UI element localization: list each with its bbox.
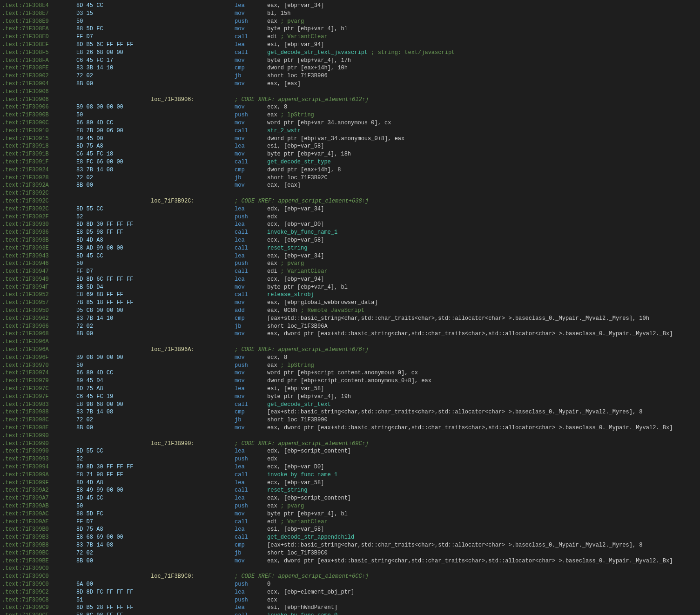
- table-row[interactable]: .text:71F3091589 45 D0movdword ptr [ebp+…: [0, 135, 700, 143]
- xref-comment: ; CODE XREF: append_script_element+612↑j: [235, 96, 369, 104]
- table-row[interactable]: .text:71F3097989 45 D4movdword ptr [ebp+…: [0, 377, 700, 385]
- address: .text:71F309A7: [2, 494, 76, 502]
- table-row[interactable]: .text:71F308EA88 5D FCmovbyte ptr [ebp+v…: [0, 25, 700, 33]
- table-row[interactable]: .text:71F30990: [0, 432, 700, 440]
- table-row[interactable]: .text:71F309688B 00moveax, dword ptr [ea…: [0, 330, 700, 338]
- table-row[interactable]: .text:71F308E7D3 15movbl, 15h: [0, 10, 700, 18]
- table-row[interactable]: .text:71F30983E8 98 68 00 00callget_deco…: [0, 401, 700, 409]
- table-row[interactable]: .text:71F3092483 7B 14 08cmpdword ptr [e…: [0, 166, 700, 174]
- mnemonic: cmp: [235, 315, 267, 323]
- table-row[interactable]: .text:71F3097FC6 45 FC 19movbyte ptr [eb…: [0, 393, 700, 401]
- mnemonic: mov: [235, 182, 267, 189]
- table-row[interactable]: .text:71F309BE8B 00moveax, dword ptr [ea…: [0, 557, 700, 565]
- operands: get_decode_str_appendchild: [267, 534, 698, 541]
- operands: dword ptr [eax+14h], 8: [267, 166, 698, 174]
- table-row[interactable]: .text:71F3092Cloc_71F3B92C:; CODE XREF: …: [0, 197, 700, 205]
- table-row[interactable]: .text:71F30952E8 69 8B FF FFcallrelease_…: [0, 291, 700, 299]
- table-row[interactable]: .text:71F309AC88 5D FCmovbyte ptr [ebp+v…: [0, 510, 700, 518]
- table-row[interactable]: .text:71F3091BC6 45 FC 18movbyte ptr [eb…: [0, 150, 700, 158]
- table-row[interactable]: .text:71F308FE83 3B 14 10cmpdword ptr [e…: [0, 64, 700, 72]
- mnemonic: call: [235, 127, 267, 135]
- table-row[interactable]: .text:71F308FAC6 45 FC 17movbyte ptr [eb…: [0, 57, 700, 65]
- table-row[interactable]: .text:71F308E48D 45 CCleaeax, [ebp+var_3…: [0, 2, 700, 10]
- address: .text:71F309C9: [2, 604, 76, 612]
- label: loc_71F3B92C:: [151, 197, 235, 205]
- mnemonic: push: [235, 596, 267, 604]
- table-row[interactable]: .text:71F309AEFF D7calledi ; VariantClea…: [0, 518, 700, 526]
- table-row[interactable]: .text:71F30910E8 7B 00 06 00callstr_2_ws…: [0, 127, 700, 135]
- table-row[interactable]: .text:71F3092872 02jbshort loc_71F3B92C: [0, 174, 700, 182]
- table-row[interactable]: .text:71F3095DD5 C8 00 00 00addeax, 0C8h…: [0, 307, 700, 315]
- table-row[interactable]: .text:71F309438D 45 CCleaeax, [ebp+var_3…: [0, 252, 700, 260]
- mnemonic: mov: [235, 369, 267, 377]
- table-row[interactable]: .text:71F3097050pusheax ; lpString: [0, 362, 700, 370]
- table-row[interactable]: .text:71F3090272 02jbshort loc_71F3B906: [0, 72, 700, 80]
- table-row[interactable]: .text:71F3092A8B 00moveax, [eax]: [0, 182, 700, 189]
- table-row[interactable]: .text:71F309498D 8D 6C FF FF FFleaecx, […: [0, 276, 700, 284]
- mnemonic: cmp: [235, 64, 267, 72]
- table-row[interactable]: .text:71F3090B50pusheax ; lpString: [0, 111, 700, 119]
- table-row[interactable]: .text:71F30906B9 08 00 00 00movecx, 8: [0, 103, 700, 111]
- mnemonic: jb: [235, 416, 267, 424]
- table-row[interactable]: .text:71F3096672 02jbshort loc_71F3B96A: [0, 323, 700, 331]
- table-row[interactable]: .text:71F3097C8D 75 A8leaesi, [ebp+var_5…: [0, 385, 700, 393]
- table-row[interactable]: .text:71F309C06A 00push0: [0, 581, 700, 588]
- table-row[interactable]: .text:71F30906loc_71F3B906:; CODE XREF: …: [0, 96, 700, 104]
- table-row[interactable]: .text:71F3099352pushedx: [0, 455, 700, 463]
- table-row[interactable]: .text:71F309CFE8 BC 98 FF FFcallinvoke_b…: [0, 612, 700, 615]
- table-row[interactable]: .text:71F309A78D 45 CCleaeax, [ebp+scrip…: [0, 494, 700, 502]
- table-row[interactable]: .text:71F3096A: [0, 338, 700, 346]
- table-row[interactable]: .text:71F309308D 8D 30 FF FF FFleaecx, […: [0, 221, 700, 229]
- table-row[interactable]: .text:71F309908D 55 CCleaedx, [ebp+scrip…: [0, 447, 700, 455]
- table-row[interactable]: .text:71F3099F8D 4D A8leaecx, [ebp+var_5…: [0, 479, 700, 487]
- mnemonic: cmp: [235, 408, 267, 416]
- table-row[interactable]: .text:71F309AB50pusheax ; pvarg: [0, 502, 700, 510]
- table-row[interactable]: .text:71F309048B 00moveax, [eax]: [0, 80, 700, 88]
- table-row[interactable]: .text:71F309C851pushecx: [0, 596, 700, 604]
- table-row[interactable]: .text:71F3097466 89 4D CCmovword ptr [eb…: [0, 369, 700, 377]
- table-row[interactable]: .text:71F3096FB9 08 00 00 00movecx, 8: [0, 354, 700, 362]
- table-row[interactable]: .text:71F309C0loc_71F3B9C0:; CODE XREF: …: [0, 573, 700, 581]
- table-row[interactable]: .text:71F308F5E8 26 68 00 00callget_deco…: [0, 49, 700, 57]
- table-row[interactable]: .text:71F30906: [0, 88, 700, 96]
- table-row[interactable]: .text:71F309C0: [0, 565, 700, 573]
- table-row[interactable]: .text:71F309B3E8 68 69 00 00callget_deco…: [0, 534, 700, 541]
- operands: word ptr [ebp+script_content.anonymous_0…: [267, 369, 698, 377]
- table-row[interactable]: .text:71F3090C66 89 4D CCmovword ptr [eb…: [0, 119, 700, 127]
- table-row[interactable]: .text:71F3092C8D 55 CCleaedx, [ebp+var_3…: [0, 205, 700, 213]
- table-row[interactable]: .text:71F3098E8B 00moveax, dword ptr [ea…: [0, 424, 700, 432]
- table-row[interactable]: .text:71F3098883 7B 14 08cmp[eax+std::ba…: [0, 408, 700, 416]
- operands: eax ; lpString: [267, 362, 698, 370]
- bytes: E8 98 68 00 00: [76, 401, 151, 409]
- bytes: 8D 55 CC: [76, 447, 151, 455]
- table-row[interactable]: .text:71F30936E8 D5 98 FF FFcallinvoke_b…: [0, 229, 700, 237]
- table-row[interactable]: .text:71F309C28D 8D FC FF FF FFleaecx, […: [0, 588, 700, 596]
- table-row[interactable]: .text:71F309577B 85 18 FF FF FFmoveax, […: [0, 299, 700, 307]
- table-row[interactable]: .text:71F308E950pusheax ; pvarg: [0, 18, 700, 26]
- table-row[interactable]: .text:71F308EF8D B5 6C FF FF FFleaesi, […: [0, 41, 700, 49]
- inline-comment: ; VariantClear: [277, 519, 328, 525]
- table-row[interactable]: .text:71F3096Aloc_71F3B96A:; CODE XREF: …: [0, 346, 700, 354]
- table-row[interactable]: .text:71F3093B8D 4D A8leaecx, [ebp+var_5…: [0, 237, 700, 244]
- table-row[interactable]: .text:71F3098C72 02jbshort loc_71F3B990: [0, 416, 700, 424]
- table-row[interactable]: .text:71F3091FE8 FC 66 00 00callget_deco…: [0, 158, 700, 166]
- table-row[interactable]: .text:71F309BC72 02jbshort loc_71F3B9C0: [0, 549, 700, 557]
- bytes: B9 08 00 00 00: [76, 103, 151, 111]
- table-row[interactable]: .text:71F3099AE8 71 98 FF FFcallinvoke_b…: [0, 471, 700, 479]
- table-row[interactable]: .text:71F3096283 7B 14 10cmp[eax+std::ba…: [0, 315, 700, 323]
- table-row[interactable]: .text:71F309C98D B5 28 FF FF FFleaesi, […: [0, 604, 700, 612]
- table-row[interactable]: .text:71F3093EE8 AD 99 00 00callreset_st…: [0, 244, 700, 252]
- mnemonic: push: [235, 18, 267, 26]
- table-row[interactable]: .text:71F309A2E8 49 99 00 00callreset_st…: [0, 487, 700, 494]
- table-row[interactable]: .text:71F30990loc_71F3B990:; CODE XREF: …: [0, 440, 700, 448]
- table-row[interactable]: .text:71F3094F8B 5D D4movbyte ptr [ebp+v…: [0, 284, 700, 291]
- table-row[interactable]: .text:71F309188D 75 A8leaesi, [ebp+var_5…: [0, 142, 700, 150]
- table-row[interactable]: .text:71F309948D 8D 30 FF FF FFleaecx, […: [0, 463, 700, 471]
- table-row[interactable]: .text:71F30947FF D7calledi ; VariantClea…: [0, 268, 700, 276]
- table-row[interactable]: .text:71F3094650pusheax ; pvarg: [0, 260, 700, 268]
- table-row[interactable]: .text:71F309B08D 75 A8leaesi, [ebp+var_5…: [0, 526, 700, 534]
- table-row[interactable]: .text:71F3092C: [0, 189, 700, 197]
- table-row[interactable]: .text:71F309B883 7B 14 08cmp[eax+std::ba…: [0, 541, 700, 549]
- table-row[interactable]: .text:71F3092F52pushedx: [0, 213, 700, 221]
- table-row[interactable]: .text:71F308EDFF D7calledi ; VariantClea…: [0, 33, 700, 41]
